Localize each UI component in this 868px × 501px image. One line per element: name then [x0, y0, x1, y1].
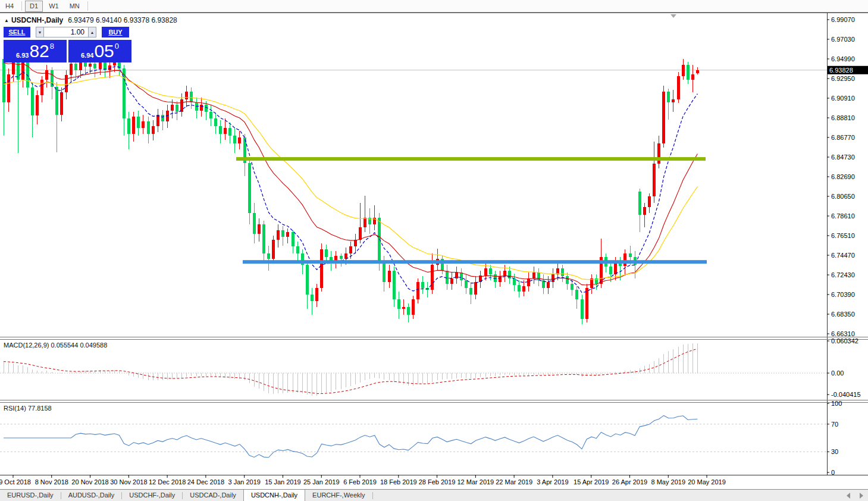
chevron-down-icon: ▼ — [38, 30, 42, 35]
timeframe-toolbar: H4D1W1MN — [0, 0, 868, 12]
candle-body — [421, 282, 424, 288]
date-axis-label: 15 Jan 2019 — [265, 478, 301, 486]
sell-price-big: 82 — [29, 41, 49, 61]
candle-body — [359, 227, 362, 240]
mt4-terminal: H4D1W1MN 6.990706.970306.949906.929506.9… — [0, 0, 868, 501]
candle-body — [74, 64, 77, 70]
rsi-indicator-label: RSI(14) 77.8158 — [4, 405, 52, 412]
date-axis-label: 26 Apr 2019 — [612, 478, 647, 486]
date-axis-label: 20 Nov 2018 — [71, 478, 108, 486]
candle-body — [272, 240, 275, 259]
tab-scroll-arrows — [847, 490, 868, 501]
chart-tab-usdcad-daily[interactable]: USDCAD-,Daily — [183, 490, 243, 501]
chart-title: ▲USDCNH-,Daily6.93479 6.94140 6.93378 6.… — [4, 16, 177, 24]
candle-body — [518, 285, 521, 292]
candle-body — [205, 105, 208, 111]
candle-body — [127, 118, 130, 134]
price-chart-canvas[interactable]: 6.990706.970306.949906.929506.909106.888… — [0, 12, 868, 489]
price-axis-label: 6.80650 — [831, 193, 855, 200]
volume-increase-spinner[interactable]: ▲ — [88, 27, 96, 37]
date-axis-label: 6 Feb 2019 — [343, 478, 377, 486]
timeframe-button-h4[interactable]: H4 — [1, 1, 18, 12]
toolbar-separator — [87, 1, 88, 11]
chart-tab-usdcnh-daily[interactable]: USDCNH-,Daily — [243, 490, 305, 501]
candle-body — [561, 268, 564, 276]
candles-layer[interactable] — [2, 49, 699, 325]
toolbar-separator — [21, 1, 22, 11]
date-axis-label: 28 Feb 2019 — [419, 478, 456, 486]
rsi-axis-label: 30 — [831, 448, 838, 455]
candle-body — [667, 92, 670, 102]
chart-window[interactable]: 6.990706.970306.949906.929506.909106.888… — [0, 12, 868, 489]
candle-body — [286, 232, 289, 237]
resistance-line[interactable] — [236, 157, 706, 161]
buy-price-pip: 0 — [115, 42, 119, 51]
candle-body — [402, 307, 405, 309]
sell-price-button[interactable]: 6.93 82 8 — [4, 40, 67, 62]
candle-body — [214, 118, 217, 126]
timeframe-button-w1[interactable]: W1 — [44, 1, 64, 12]
candle-body — [132, 117, 135, 134]
candle-body — [581, 299, 584, 318]
candle-body — [532, 273, 535, 278]
date-axis-label: 15 Apr 2019 — [574, 478, 609, 486]
candle-body — [89, 64, 92, 67]
candle-body — [190, 92, 193, 102]
candle-body — [233, 136, 236, 143]
date-axis-label: 8 May 2019 — [651, 478, 685, 486]
support-line[interactable] — [243, 260, 707, 264]
sell-button[interactable]: SELL — [4, 27, 30, 37]
timeframe-button-mn[interactable]: MN — [65, 1, 84, 12]
candle-body — [296, 246, 299, 253]
candle-body — [253, 213, 256, 234]
chart-tab-eurchf-weekly[interactable]: EURCHF-,Weekly — [305, 490, 372, 501]
volume-decrease-spinner[interactable]: ▼ — [36, 27, 44, 37]
price-axis-label: 6.99070 — [831, 16, 855, 23]
macd-indicator-label: MACD(12,26,9) 0.055544 0.049588 — [4, 342, 107, 349]
candle-body — [152, 126, 155, 134]
date-axis-label: 3 Apr 2019 — [537, 478, 568, 486]
price-axis-label: 6.92950 — [831, 75, 855, 82]
chart-tab-eurusd-daily[interactable]: EURUSD-,Daily — [0, 490, 61, 501]
macd-axis-label: -0.040415 — [831, 391, 861, 398]
candle-body — [469, 288, 472, 295]
date-axis-label: 12 Dec 2018 — [149, 478, 186, 486]
price-axis-label: 6.72430 — [831, 271, 855, 278]
chart-shift-marker-icon[interactable] — [670, 14, 676, 18]
candle-body — [364, 218, 366, 227]
candle-body — [137, 117, 140, 128]
sell-price-pip: 8 — [50, 42, 54, 51]
tab-scroll-right-icon[interactable] — [860, 493, 863, 499]
candle-body — [340, 256, 343, 259]
date-axis-label: 18 Feb 2019 — [380, 478, 417, 486]
candle-body — [513, 278, 516, 285]
collapse-arrow-icon[interactable]: ▲ — [4, 18, 9, 23]
date-axis-label: 24 Dec 2018 — [187, 478, 224, 486]
candle-body — [662, 92, 665, 143]
rsi-line — [4, 415, 697, 457]
candle-body — [55, 87, 58, 115]
candle-body — [36, 95, 39, 115]
candle-body — [585, 288, 588, 319]
tab-scroll-left-icon[interactable] — [847, 493, 850, 499]
candle-body — [696, 70, 699, 74]
price-axis-label: 6.88810 — [831, 114, 855, 121]
candle-body — [209, 112, 212, 118]
buy-price-button[interactable]: 6.94 05 0 — [68, 40, 131, 62]
candle-body — [416, 282, 419, 299]
candle-body — [99, 62, 102, 68]
candle-body — [653, 164, 656, 196]
date-axis-label: 22 Mar 2019 — [496, 478, 532, 486]
candle-body — [7, 74, 10, 102]
buy-button[interactable]: BUY — [102, 27, 129, 37]
candle-body — [677, 76, 680, 99]
candle-body — [31, 87, 34, 115]
timeframe-button-d1[interactable]: D1 — [25, 1, 43, 12]
price-axis-label: 6.82690 — [831, 173, 855, 180]
candle-body — [672, 99, 675, 102]
candle-body — [648, 196, 651, 207]
chart-tab-usdchf-daily[interactable]: USDCHF-,Daily — [122, 490, 182, 501]
buy-price-big: 05 — [94, 41, 114, 61]
volume-input[interactable]: 1.00 — [44, 27, 88, 37]
chart-tab-audusd-daily[interactable]: AUDUSD-,Daily — [61, 490, 122, 501]
